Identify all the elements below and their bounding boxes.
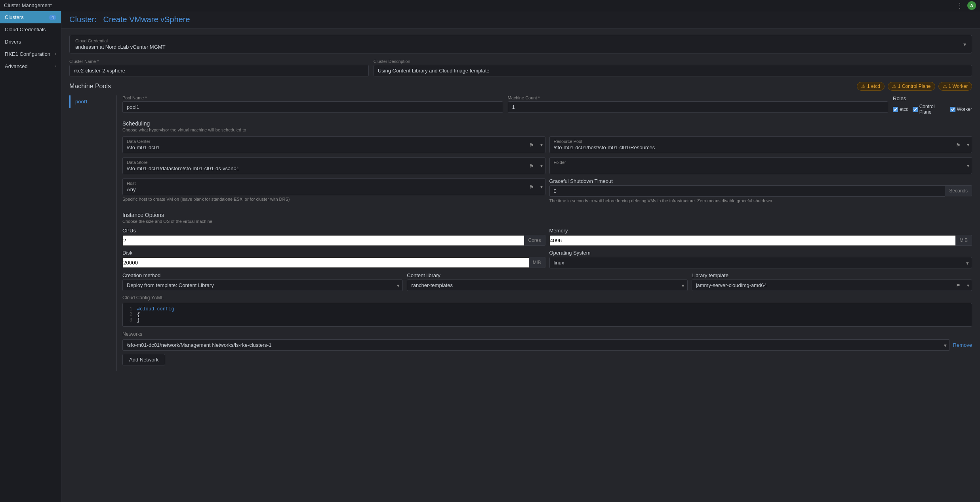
- instance-grid-1: CPUs 2 Cores Memory: [122, 228, 972, 246]
- host-value: Any: [127, 186, 541, 192]
- pool-name-label: Pool Name *: [122, 95, 503, 100]
- sidebar-item-rke1-label: RKE1 Configuration: [5, 51, 50, 57]
- data-store-field: Data Store /sfo-m01-dc01/datastore/sfo-m…: [122, 157, 545, 174]
- content-library-select[interactable]: rancher-templates: [407, 280, 687, 291]
- sidebar-item-cloud-credentials[interactable]: Cloud Credentials: [0, 23, 61, 36]
- instance-options-section: Instance Options Choose the size and OS …: [122, 212, 972, 365]
- add-network-button[interactable]: Add Network: [122, 354, 165, 365]
- badges-row: ⚠ 1 etcd ⚠ 1 Control Plane ⚠ 1 Worker: [857, 82, 972, 91]
- flag-icon[interactable]: ⚑: [529, 142, 534, 148]
- etcd-checkbox-group[interactable]: etcd: [893, 106, 909, 112]
- roles-row: etcd Control Plane Worker: [893, 104, 972, 115]
- host-help-text: Specific host to create VM on (leave bla…: [122, 197, 545, 202]
- worker-checkbox[interactable]: [950, 107, 955, 112]
- cloud-credential-label: Cloud Credential: [75, 38, 166, 43]
- sidebar: Clusters 4 Cloud Credentials Drivers RKE…: [0, 11, 61, 502]
- data-store-label: Data Store: [127, 160, 541, 165]
- data-store-value: /sfo-m01-dc01/datastore/sfo-m01-cl01-ds-…: [127, 165, 541, 171]
- top-bar: Cluster Management ⋮ A: [0, 0, 980, 11]
- disk-input-group: 20000 MiB: [122, 257, 545, 268]
- library-template-value: jammy-server-cloudimg-amd64: [696, 282, 968, 288]
- os-group: Operating System linux: [549, 250, 972, 268]
- chevron-down-icon[interactable]: ▾: [540, 184, 543, 190]
- sidebar-item-advanced[interactable]: Advanced ›: [0, 60, 61, 72]
- etcd-checkbox[interactable]: [893, 107, 898, 112]
- cloud-credential-value: andreasm at NordicLab vCenter MGMT: [75, 44, 166, 50]
- creation-method-group: Creation method Deploy from template: Co…: [122, 272, 403, 291]
- control-plane-label: Control Plane: [919, 104, 946, 115]
- cpus-input-group: 2 Cores: [122, 235, 545, 246]
- scheduling-grid-3: Host Any ⚑ ▾ Specific host to create VM …: [122, 178, 972, 206]
- network-select[interactable]: /sfo-m01-dc01/network/Management Network…: [122, 339, 950, 351]
- flag-icon[interactable]: ⚑: [529, 163, 534, 169]
- sidebar-item-advanced-label: Advanced: [5, 63, 28, 69]
- chevron-down-icon[interactable]: ▾: [963, 41, 966, 48]
- pool-top-row: Pool Name * pool1 Machine Count * 1 Role…: [122, 95, 972, 115]
- creation-method-label: Creation method: [122, 272, 403, 278]
- sidebar-item-drivers[interactable]: Drivers: [0, 36, 61, 48]
- page-title-prefix: Cluster:: [69, 15, 97, 24]
- cluster-name-label: Cluster Name *: [69, 59, 369, 64]
- cpus-input[interactable]: 2: [122, 235, 524, 246]
- etcd-label: etcd: [900, 106, 909, 112]
- pool-name-input[interactable]: pool1: [122, 101, 503, 113]
- app-title: Cluster Management: [4, 2, 52, 8]
- sidebar-item-clusters-badge: 4: [49, 15, 56, 20]
- content-library-group: Content library rancher-templates: [407, 272, 687, 291]
- machine-pools-section: Machine Pools ⚠ 1 etcd ⚠ 1 Control Plane…: [69, 82, 972, 371]
- pool-list-item[interactable]: pool1: [69, 95, 116, 108]
- pool-detail: Pool Name * pool1 Machine Count * 1 Role…: [117, 95, 972, 371]
- avatar: A: [967, 1, 976, 10]
- instance-grid-2: Disk 20000 MiB Operating System: [122, 250, 972, 268]
- resource-pool-field: Resource Pool /sfo-m01-dc01/host/sfo-m01…: [549, 136, 972, 153]
- machine-count-group: Machine Count * 1: [508, 95, 888, 115]
- instance-grid-3: Creation method Deploy from template: Co…: [122, 272, 972, 291]
- control-plane-checkbox-group[interactable]: Control Plane: [913, 104, 946, 115]
- memory-input-group: 4096 MiB: [549, 235, 972, 246]
- chevron-down-icon[interactable]: ▾: [540, 142, 543, 148]
- yaml-line-3: 3 }: [126, 318, 969, 323]
- network-row: /sfo-m01-dc01/network/Management Network…: [122, 339, 972, 351]
- yaml-editor[interactable]: 1 #cloud-config 2 { 3 }: [122, 303, 972, 327]
- cluster-name-input[interactable]: rke2-cluster-2-vsphere: [69, 65, 369, 76]
- cpus-label: CPUs: [122, 228, 545, 234]
- worker-checkbox-group[interactable]: Worker: [950, 106, 972, 112]
- memory-input[interactable]: 4096: [549, 235, 956, 246]
- graceful-label: Graceful Shutdown Timeout: [549, 178, 972, 184]
- creation-method-select[interactable]: Deploy from template: Content Library: [122, 280, 403, 291]
- sidebar-item-clusters[interactable]: Clusters 4: [0, 11, 61, 23]
- sidebar-item-rke1-configuration[interactable]: RKE1 Configuration ›: [0, 48, 61, 60]
- chevron-down-icon[interactable]: ▾: [540, 163, 543, 169]
- instance-options-title: Instance Options: [122, 212, 972, 218]
- scheduling-section: Scheduling Choose what hypervisor the vi…: [122, 120, 972, 206]
- chevron-down-icon[interactable]: ▾: [967, 163, 969, 169]
- graceful-help-text: The time in seconds to wait before forci…: [549, 198, 972, 203]
- control-plane-checkbox[interactable]: [913, 107, 918, 112]
- content-header: Cluster: Create VMware vSphere: [61, 11, 980, 29]
- folder-field: Folder ▾: [549, 157, 972, 174]
- cluster-description-input[interactable]: Using Content Library and Cloud Image te…: [374, 65, 972, 76]
- flag-icon[interactable]: ⚑: [956, 142, 961, 148]
- disk-input[interactable]: 20000: [122, 257, 529, 268]
- worker-label: Worker: [957, 106, 972, 112]
- main-layout: Clusters 4 Cloud Credentials Drivers RKE…: [0, 11, 980, 502]
- flag-icon[interactable]: ⚑: [529, 184, 534, 190]
- pools-layout: pool1 Pool Name * pool1 Machine Count *: [69, 95, 972, 371]
- flag-icon[interactable]: ⚑: [956, 282, 961, 288]
- instance-options-desc: Choose the size and OS of the virtual ma…: [122, 219, 972, 224]
- os-select[interactable]: linux: [549, 257, 972, 268]
- graceful-input[interactable]: 0: [549, 185, 946, 197]
- chevron-right-icon: ›: [55, 64, 56, 68]
- cpus-group: CPUs 2 Cores: [122, 228, 545, 246]
- remove-network-button[interactable]: Remove: [953, 342, 972, 348]
- chevron-right-icon: ›: [55, 52, 56, 56]
- chevron-down-icon[interactable]: ▾: [967, 142, 969, 148]
- more-options-icon[interactable]: ⋮: [956, 1, 963, 10]
- machine-count-input[interactable]: 1: [508, 101, 888, 113]
- scheduling-title: Scheduling: [122, 120, 972, 127]
- cores-suffix: Cores: [524, 235, 545, 246]
- form-area: Cloud Credential andreasm at NordicLab v…: [61, 29, 980, 383]
- machine-pools-title: Machine Pools ⚠ 1 etcd ⚠ 1 Control Plane…: [69, 82, 972, 91]
- disk-mib-suffix: MiB: [529, 257, 545, 268]
- chevron-down-icon[interactable]: ▾: [967, 283, 969, 288]
